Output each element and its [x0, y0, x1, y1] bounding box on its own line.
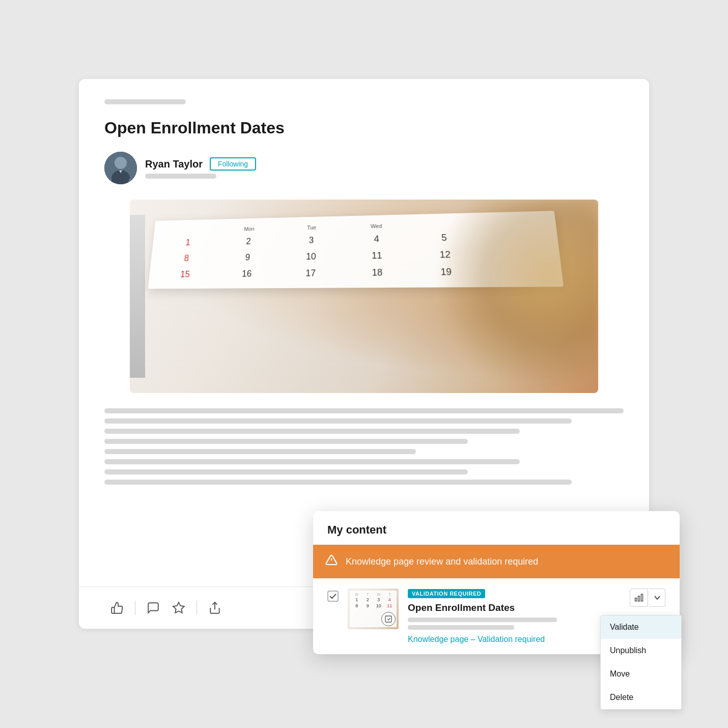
dropdown-item-move[interactable]: Move [601, 662, 681, 686]
cal-day-17: 17 [278, 265, 344, 282]
page-wrapper: Open Enrollment Dates [59, 59, 669, 669]
dropdown-item-unpublish[interactable]: Unpublish [601, 639, 681, 662]
svg-rect-10 [638, 596, 640, 601]
cal-day-18: 18 [344, 264, 412, 282]
skeleton-line-1 [104, 408, 624, 413]
cal-day-15: 15 [154, 266, 216, 283]
item-info: VALIDATION REQUIRED Open Enrollment Date… [408, 589, 621, 644]
bookmark-button[interactable] [166, 598, 191, 618]
divider-2 [197, 601, 197, 615]
svg-marker-3 [173, 602, 184, 613]
dropdown-item-validate[interactable]: Validate [601, 615, 681, 639]
item-meta-line-1 [408, 618, 557, 622]
cal-day-4: 4 [344, 230, 410, 248]
svg-point-1 [115, 157, 127, 169]
calendar-spine [130, 215, 145, 378]
cal-header-wed: Wed [344, 220, 410, 232]
svg-rect-7 [328, 591, 338, 601]
skeleton-line-6 [104, 459, 520, 464]
skeleton-line-2 [104, 418, 572, 424]
skeleton-line-4 [104, 439, 468, 444]
alert-text: Knowledge page review and validation req… [346, 556, 538, 567]
share-button[interactable] [202, 598, 228, 618]
alert-banner: Knowledge page review and validation req… [313, 545, 680, 578]
validation-badge: VALIDATION REQUIRED [408, 589, 485, 598]
item-link[interactable]: Knowledge page – Validation required [408, 635, 545, 643]
like-icon [110, 601, 124, 614]
svg-rect-8 [385, 616, 391, 622]
author-row: Ryan Taylor Following [104, 152, 624, 184]
dropdown-menu: Validate Unpublish Move Delete [600, 615, 682, 710]
author-meta-skeleton [145, 174, 216, 179]
cal-header-mon: Mon [218, 223, 280, 234]
post-hero-image: Mon Tue Wed 1 2 3 4 5 8 9 [130, 200, 598, 393]
svg-rect-11 [635, 598, 637, 601]
chevron-down-icon [654, 594, 661, 601]
cal-day-8: 8 [156, 250, 217, 267]
item-actions [630, 589, 665, 607]
bar-chart-icon [634, 593, 643, 602]
item-thumbnail: M T W T 1 2 3 4 8 9 10 11 [348, 589, 399, 629]
skeleton-line-8 [104, 480, 572, 485]
my-content-panel: My content Knowledge page review and val… [313, 511, 680, 654]
skeleton-text-lines [104, 408, 624, 485]
cal-day-2: 2 [217, 233, 280, 250]
cal-day-9: 9 [216, 249, 279, 266]
item-meta-line-2 [408, 625, 514, 630]
skeleton-line-3 [104, 429, 520, 434]
cal-header-sun [159, 225, 219, 236]
post-title: Open Enrollment Dates [104, 119, 624, 137]
avatar [104, 152, 137, 184]
cal-day-11: 11 [344, 247, 411, 265]
item-meta-lines [408, 618, 621, 630]
comment-button[interactable] [141, 598, 166, 618]
avatar-image [104, 152, 137, 184]
bar-chart-button[interactable] [630, 589, 648, 607]
skeleton-line-5 [104, 449, 416, 454]
cal-day-10: 10 [279, 248, 344, 265]
cal-day-16: 16 [215, 265, 278, 283]
author-name: Ryan Taylor [145, 158, 203, 170]
alert-icon [325, 554, 338, 569]
like-button[interactable] [104, 598, 130, 618]
panel-title: My content [313, 511, 680, 545]
skeleton-bar-top [104, 99, 186, 104]
thumbnail-calendar: M T W T 1 2 3 4 8 9 10 11 [348, 589, 399, 629]
svg-rect-9 [641, 594, 643, 601]
cal-header-tue: Tue [280, 222, 344, 233]
divider-1 [135, 601, 135, 615]
calendar-visual: Mon Tue Wed 1 2 3 4 5 8 9 [130, 200, 598, 393]
cal-day-3: 3 [279, 232, 344, 249]
author-info: Ryan Taylor Following [145, 157, 256, 179]
dropdown-button[interactable] [649, 589, 665, 607]
item-title: Open Enrollment Dates [408, 602, 621, 613]
skeleton-line-7 [104, 469, 468, 474]
comment-icon [147, 601, 160, 614]
following-button[interactable]: Following [210, 157, 256, 171]
author-name-row: Ryan Taylor Following [145, 157, 256, 171]
item-checkbox[interactable] [327, 591, 339, 604]
content-item: M T W T 1 2 3 4 8 9 10 11 [313, 578, 680, 654]
share-icon [208, 601, 221, 614]
thumb-validate-icon [381, 612, 396, 626]
bookmark-icon [172, 601, 185, 614]
cal-day-1: 1 [157, 234, 218, 251]
dropdown-item-delete[interactable]: Delete [601, 686, 681, 709]
